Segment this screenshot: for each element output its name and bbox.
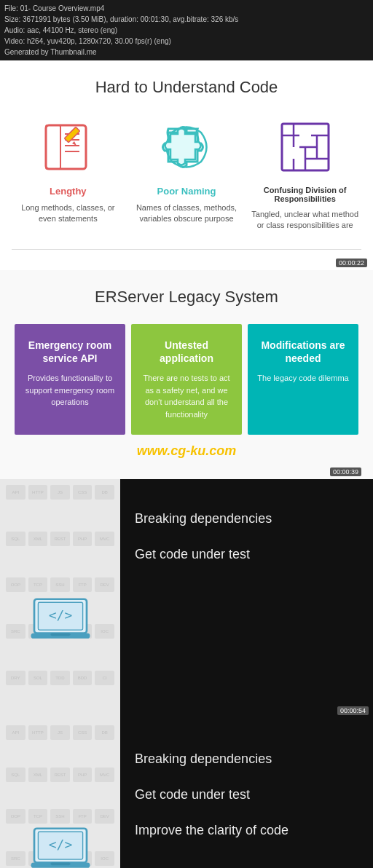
icon-item-lengthy: Lengthy Long methods, classes, or even s…	[12, 114, 125, 225]
timestamp-2: 00:00:39	[330, 467, 361, 476]
get-code-text-2: Get code under test	[135, 784, 358, 805]
laptop-icon-1: </>	[28, 595, 93, 648]
divider-1	[12, 249, 361, 250]
confusing-desc: Tangled, unclear what method or class re…	[248, 209, 361, 232]
svg-rect-0	[46, 125, 86, 169]
card-untested-desc: There are no tests to act as a safety ne…	[140, 372, 233, 420]
puzzle-icon	[154, 114, 219, 180]
card-modifications-desc: The legacy code dilemma	[256, 372, 350, 384]
poor-naming-desc: Names of classes, methods, variables obs…	[130, 202, 243, 225]
section-hard-to-understand: Hard to Understand Code Len	[0, 60, 373, 243]
card-untested-title: Untested application	[140, 339, 233, 365]
breaking-deps-text-2: Breaking dependencies	[135, 749, 358, 770]
cards-row: Emergency room service API Provides func…	[9, 324, 364, 435]
section3-left: API HTTP JS CSS DB SQL XML REST PHP MVC …	[0, 479, 120, 719]
book-icon	[35, 114, 101, 180]
watermark: www.cg-ku.com	[12, 435, 361, 465]
section3-right: Breaking dependencies Get code under tes…	[120, 479, 373, 719]
section2-title: ERServer Legacy System	[12, 288, 361, 307]
file-info-line3: Audio: aac, 44100 Hz, stereo (eng)	[4, 25, 369, 36]
svg-rect-1	[46, 125, 60, 169]
lengthy-label: Lengthy	[50, 186, 87, 197]
icons-row: Lengthy Long methods, classes, or even s…	[12, 114, 361, 232]
breaking-deps-text: Breaking dependencies	[135, 508, 358, 529]
section4-right: Breaking dependencies Get code under tes…	[120, 719, 373, 868]
file-info-bar: File: 01- Course Overview.mp4 Size: 3671…	[0, 0, 373, 60]
card-modifications-title: Modifications are needed	[256, 339, 350, 365]
svg-rect-21	[50, 633, 70, 636]
section-breaking-deps-2: API HTTP JS CSS DB SQL XML REST PHP MVC …	[0, 719, 373, 868]
icon-item-confusing: Confusing Division of Responsibilities T…	[248, 114, 361, 232]
confusing-label: Confusing Division of Responsibilities	[248, 186, 361, 203]
file-info-line1: File: 01- Course Overview.mp4	[4, 3, 369, 14]
laptop-icon-2: </>	[28, 824, 93, 868]
lengthy-desc: Long methods, classes, or even statement…	[12, 202, 125, 225]
card-emergency: Emergency room service API Provides func…	[15, 324, 125, 435]
file-info-line5: Generated by Thumbnail.me	[4, 47, 369, 58]
maze-icon	[272, 114, 338, 180]
svg-text:</>: </>	[48, 836, 72, 851]
timestamp-3: 00:00:54	[337, 706, 369, 715]
get-code-text: Get code under test	[135, 544, 358, 565]
timestamp-row-1: 00:00:22	[0, 256, 373, 270]
improve-clarity-text: Improve the clarity of code	[135, 820, 358, 841]
card-emergency-title: Emergency room service API	[23, 339, 117, 365]
file-info-line4: Video: h264, yuv420p, 1280x720, 30.00 fp…	[4, 36, 369, 47]
card-modifications: Modifications are needed The legacy code…	[248, 324, 358, 435]
timestamp-1: 00:00:22	[336, 259, 367, 267]
svg-rect-26	[50, 862, 70, 865]
card-untested: Untested application There are no tests …	[131, 324, 242, 435]
icon-item-poor-naming: Poor Naming Names of classes, methods, v…	[130, 114, 243, 225]
section4-left: API HTTP JS CSS DB SQL XML REST PHP MVC …	[0, 719, 120, 868]
file-info-line2: Size: 3671991 bytes (3.50 MiB), duration…	[4, 14, 369, 25]
section-breaking-deps-1: API HTTP JS CSS DB SQL XML REST PHP MVC …	[0, 479, 373, 719]
section-erserver: ERServer Legacy System Emergency room se…	[0, 270, 373, 479]
card-emergency-desc: Provides functionality to support emerge…	[23, 372, 117, 409]
section1-title: Hard to Understand Code	[12, 78, 361, 97]
svg-text:</>: </>	[48, 607, 72, 622]
poor-naming-label: Poor Naming	[157, 186, 216, 197]
